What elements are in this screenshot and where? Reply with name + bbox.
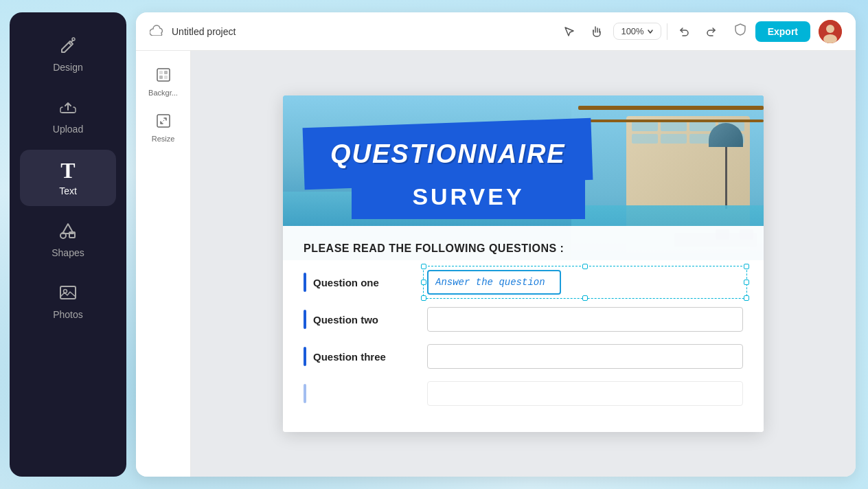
editor-container: Untitled project 100% <box>136 12 856 477</box>
handle-bm[interactable] <box>582 295 588 301</box>
photos-icon <box>58 283 78 305</box>
q3-input[interactable] <box>427 344 743 369</box>
hand-tool-button[interactable] <box>586 21 608 43</box>
q1-input-wrapper[interactable] <box>427 270 743 295</box>
project-title[interactable]: Untitled project <box>172 26 236 37</box>
sidebar-item-upload[interactable]: Upload <box>20 88 116 144</box>
sidebar: Design Upload T Text Shapes <box>10 12 126 477</box>
q2-input[interactable] <box>427 307 743 332</box>
q2-label-wrapper: Question two <box>304 310 427 329</box>
editor-body: Backgr... Resize <box>136 51 856 477</box>
q1-indicator <box>304 273 306 292</box>
avatar[interactable] <box>819 20 842 43</box>
toolbar-center: 100% <box>558 21 722 43</box>
form-heading: PLEASE READ THE FOLLOWING QUESTIONS : <box>304 242 743 255</box>
sidebar-item-shapes[interactable]: Shapes <box>20 212 116 268</box>
main-area: Untitled project 100% <box>126 0 868 489</box>
sidebar-item-design[interactable]: Design <box>20 26 116 82</box>
panel-item-background[interactable]: Backgr... <box>140 60 187 104</box>
question-row-3: Question three <box>304 344 743 369</box>
question-row-1: Question one <box>304 270 743 295</box>
survey-title-text: SURVEY <box>412 183 524 210</box>
svg-point-6 <box>826 25 834 33</box>
zoom-control[interactable]: 100% <box>613 23 661 40</box>
q4-label-wrapper <box>304 384 427 403</box>
sidebar-item-text[interactable]: T Text <box>20 150 116 206</box>
q4-input[interactable] <box>427 381 743 406</box>
q1-input[interactable] <box>427 270 561 295</box>
canvas-area[interactable]: QUESTIONNAIRE SURVEY PLEASE READ THE FOL… <box>191 51 856 477</box>
upload-icon <box>58 98 78 120</box>
panel-item-resize[interactable]: Resize <box>140 106 187 150</box>
toolbar: Untitled project 100% <box>136 12 856 51</box>
cloud-save-icon <box>150 23 165 39</box>
handle-tl[interactable] <box>421 264 426 269</box>
select-tool-button[interactable] <box>558 21 580 43</box>
svg-rect-3 <box>60 286 76 299</box>
question-row-4 <box>304 381 743 406</box>
shield-icon <box>733 23 747 40</box>
svg-point-0 <box>72 38 75 41</box>
q2-indicator <box>304 310 306 329</box>
sidebar-text-label: Text <box>59 185 77 196</box>
svg-rect-10 <box>164 71 168 74</box>
sidebar-item-photos[interactable]: Photos <box>20 273 116 330</box>
toolbar-divider <box>667 23 667 40</box>
question-row-2: Question two <box>304 307 743 332</box>
zoom-level: 100% <box>621 26 643 36</box>
design-icon <box>58 36 78 58</box>
resize-panel-icon <box>156 113 171 132</box>
q4-indicator <box>304 384 306 403</box>
svg-rect-9 <box>159 71 163 74</box>
handle-bl[interactable] <box>421 295 426 301</box>
shapes-icon <box>58 221 78 243</box>
q3-label: Question three <box>313 351 386 363</box>
export-button[interactable]: Export <box>755 21 810 42</box>
undo-button[interactable] <box>673 21 695 43</box>
survey-box: SURVEY <box>352 174 585 219</box>
handle-tm[interactable] <box>582 264 588 269</box>
text-tool-icon: T <box>60 159 75 181</box>
toolbar-right: Export <box>733 20 842 43</box>
banner-title-text: QUESTIONNAIRE <box>330 139 566 169</box>
handle-br[interactable] <box>744 295 749 301</box>
design-canvas: QUESTIONNAIRE SURVEY PLEASE READ THE FOL… <box>283 95 764 432</box>
sidebar-shapes-label: Shapes <box>52 247 84 258</box>
q2-label: Question two <box>313 314 378 326</box>
handle-tr[interactable] <box>744 264 749 269</box>
toolbar-left: Untitled project <box>150 23 547 39</box>
q3-indicator <box>304 347 306 366</box>
q3-label-wrapper: Question three <box>304 347 427 366</box>
q1-label-wrapper: Question one <box>304 273 427 292</box>
svg-rect-8 <box>157 69 170 81</box>
side-panel: Backgr... Resize <box>136 51 191 477</box>
q1-label: Question one <box>313 277 379 288</box>
sidebar-upload-label: Upload <box>53 124 83 135</box>
panel-resize-label: Resize <box>152 135 175 143</box>
svg-rect-12 <box>164 76 168 79</box>
canvas-form: PLEASE READ THE FOLLOWING QUESTIONS : Qu… <box>283 226 764 432</box>
background-panel-icon <box>156 67 171 86</box>
panel-background-label: Backgr... <box>148 89 178 97</box>
sidebar-design-label: Design <box>53 62 83 73</box>
svg-rect-11 <box>159 76 163 79</box>
handle-mr[interactable] <box>744 280 749 285</box>
sidebar-photos-label: Photos <box>53 309 83 320</box>
redo-button[interactable] <box>700 21 722 43</box>
